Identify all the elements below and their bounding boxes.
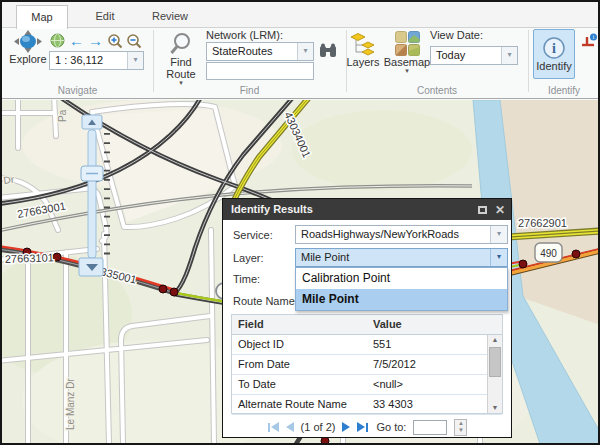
identify-i-icon: i [542,36,566,60]
basemap-tiles-icon [395,31,420,56]
zoom-in-icon [107,33,123,49]
route-name-label: Route Name: [233,295,298,307]
search-routes-button[interactable] [318,42,338,59]
network-lrm-label: Network (LRM): [206,29,283,41]
network-value: StateRoutes [212,45,273,57]
identify-results-dialog: Identify Results ✕ Service: RoadsHighway… [222,198,512,438]
field-cell: Object ID [238,338,284,350]
value-cell: <null> [373,378,403,390]
route-search-input[interactable] [206,62,314,80]
group-label-navigate: Navigate [2,85,153,96]
layer-dropdown-list: Calibration Point Mile Point [295,267,508,311]
street-label: Pa [57,109,68,122]
chevron-down-icon[interactable]: ▾ [127,52,143,69]
time-label: Time: [233,273,260,285]
scrollbar-thumb[interactable] [489,347,501,377]
next-extent-button[interactable]: → [87,32,104,49]
goto-spinner[interactable]: ▲▼ [454,419,467,436]
zoom-out-icon [126,33,142,49]
goto-label: Go to: [376,421,406,433]
view-date-label: View Date: [430,29,483,41]
table-row[interactable]: To Date <null> [232,375,502,395]
route-label: 27662901 [518,217,567,229]
last-page-button[interactable] [357,422,369,432]
network-combobox[interactable]: StateRoutes ▾ [206,42,314,61]
view-date-value: Today [436,49,465,61]
dialog-body: Service: RoadsHighways/NewYorkRoads ▾ La… [223,220,511,437]
scale-value: 1 : 36,112 [55,54,103,66]
chevron-down-icon[interactable]: ▾ [490,249,507,266]
page-indicator: (1 of 2) [301,421,336,433]
app-window: Map Edit Review Explore ← → [0,0,600,445]
group-separator [153,30,154,92]
tab-edit[interactable]: Edit [82,5,128,28]
binoculars-icon [319,43,337,58]
next-page-button[interactable] [342,422,350,432]
spinner-up-icon[interactable]: ▲ [458,420,464,427]
zoom-in-button[interactable] [106,32,123,49]
table-row[interactable]: Object ID 551 [232,335,502,355]
value-cell: 33 4303 [373,398,413,410]
ribbon-tab-bar: Map Edit Review [2,2,598,28]
find-route-magnifier-icon [169,32,193,56]
basemap-button[interactable]: Basemap ▾ [386,31,428,74]
layers-tree-icon [350,31,376,56]
ribbon: Explore ← → 1 [2,28,598,99]
table-row[interactable]: From Date 7/5/2012 [232,355,502,375]
layers-label: Layers [346,56,379,68]
group-label-identify: Identify [528,85,600,96]
dialog-titlebar[interactable]: Identify Results ✕ [223,199,511,220]
explore-compass-icon [11,30,45,53]
tab-review[interactable]: Review [142,5,198,28]
table-scrollbar[interactable]: ▲ ▼ [487,335,502,413]
map-view[interactable]: 490 27663001 27663101 27335001 27662901 … [2,100,598,444]
service-combobox[interactable]: RoadsHighways/NewYorkRoads ▾ [295,225,508,244]
column-header-value: Value [373,318,402,330]
first-page-button[interactable] [267,422,279,432]
scale-combobox[interactable]: 1 : 36,112 ▾ [49,51,144,70]
layer-value: Mile Point [301,251,349,263]
full-extent-button[interactable] [49,32,66,49]
layer-label: Layer: [233,252,264,264]
identify-route-tool-button[interactable]: i [579,32,599,49]
find-route-button[interactable]: Find Route ▾ [158,32,204,86]
explore-button[interactable]: Explore [7,30,49,65]
maximize-icon[interactable] [478,206,487,214]
group-separator [528,30,529,92]
table-row[interactable]: Alternate Route Name 33 4303 [232,395,502,415]
chevron-down-icon[interactable]: ▾ [490,226,507,243]
previous-page-button[interactable] [286,422,294,432]
field-cell: To Date [238,378,276,390]
scroll-up-icon[interactable]: ▲ [488,335,502,345]
svg-text:490: 490 [540,248,557,259]
spinner-down-icon[interactable]: ▼ [458,427,464,434]
group-label-contents: Contents [346,85,528,96]
table-header-row: Field Value [232,315,502,335]
identify-route-tool-icon: i [580,33,598,49]
zoom-out-button[interactable] [125,32,142,49]
goto-page-input[interactable] [413,420,447,435]
scroll-down-icon[interactable]: ▼ [488,403,502,413]
route-shield-490: 490 [535,243,562,262]
service-label: Service: [233,229,273,241]
find-route-label: Find Route [162,56,200,80]
previous-extent-button[interactable]: ← [68,32,85,49]
chevron-down-icon: ▾ [405,68,409,74]
svg-text:i: i [552,41,556,56]
layer-combobox[interactable]: Mile Point ▾ [295,248,508,267]
identify-button[interactable]: i Identify [533,29,575,79]
view-date-combobox[interactable]: Today ▾ [430,46,518,65]
chevron-down-icon[interactable]: ▾ [501,47,517,64]
close-icon[interactable]: ✕ [495,204,505,216]
dialog-title: Identify Results [231,203,313,215]
dropdown-option-mile-point[interactable]: Mile Point [296,289,507,310]
slider-track[interactable] [88,130,96,258]
dropdown-option-calibration-point[interactable]: Calibration Point [296,268,507,289]
tab-map[interactable]: Map [16,5,68,29]
layers-button[interactable]: Layers [345,31,381,68]
right-arrow-icon: → [88,33,103,48]
attributes-table: Field Value Object ID 551 From Date 7/5/… [231,314,503,414]
service-value: RoadsHighways/NewYorkRoads [301,228,459,240]
chevron-down-icon[interactable]: ▾ [297,43,313,60]
value-cell: 7/5/2012 [373,358,416,370]
